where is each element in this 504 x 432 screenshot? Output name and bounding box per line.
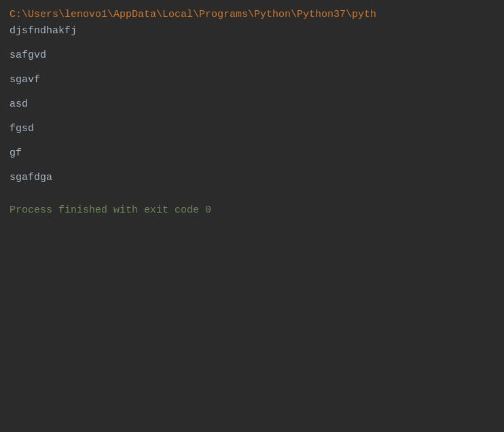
output-line-4: fgsd bbox=[10, 121, 494, 137]
terminal-window: C:\Users\lenovo1\AppData\Local\Programs\… bbox=[0, 0, 504, 432]
second-line: djsfndhakfj bbox=[10, 23, 494, 39]
output-line-3: asd bbox=[10, 96, 494, 113]
output-line-2: sgavf bbox=[10, 72, 494, 88]
path-line: C:\Users\lenovo1\AppData\Local\Programs\… bbox=[10, 7, 494, 23]
output-line-6: sgafdga bbox=[10, 170, 494, 186]
output-line-1: safgvd bbox=[10, 48, 494, 64]
process-line: Process finished with exit code 0 bbox=[10, 202, 494, 219]
output-line-5: gf bbox=[10, 145, 494, 162]
